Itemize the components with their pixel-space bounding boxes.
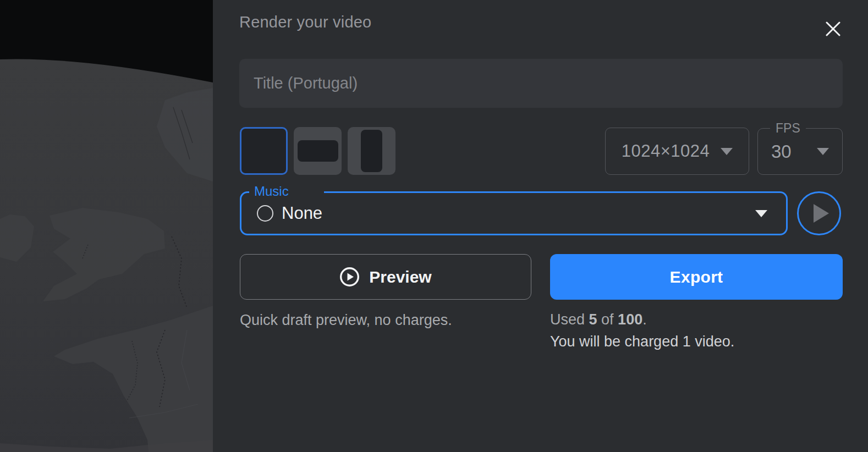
preview-button[interactable]: Preview	[240, 254, 531, 300]
preview-hint-text: Quick draft preview, no charges.	[240, 312, 452, 329]
aspect-landscape-button[interactable]	[294, 127, 342, 175]
world-map-art	[0, 0, 213, 452]
export-button[interactable]: Export	[550, 254, 843, 300]
usage-prefix: Used	[550, 311, 589, 328]
close-button[interactable]	[823, 19, 843, 38]
usage-middle: of	[597, 311, 618, 328]
chevron-down-icon	[721, 148, 733, 155]
none-circle-icon	[257, 205, 273, 222]
render-video-modal: Render your video 1024×1024 FPS 30	[213, 0, 868, 452]
usage-text: Used 5 of 100.	[550, 311, 647, 328]
music-select[interactable]: Music None	[240, 191, 788, 235]
chevron-down-icon	[755, 210, 767, 217]
aspect-portrait-button[interactable]	[348, 127, 395, 175]
music-label: Music	[249, 184, 324, 200]
fps-label: FPS	[770, 121, 806, 135]
render-dialog-screen: Render your video 1024×1024 FPS 30	[0, 0, 868, 452]
play-circle-icon	[339, 267, 360, 287]
close-icon	[825, 20, 842, 37]
video-title-input[interactable]	[239, 59, 843, 108]
music-play-button[interactable]	[797, 191, 841, 235]
chevron-down-icon	[817, 148, 829, 155]
music-value: None	[282, 203, 755, 223]
modal-title: Render your video	[239, 13, 371, 31]
portrait-shape-icon	[361, 130, 382, 172]
fps-select[interactable]: FPS 30	[757, 128, 843, 175]
aspect-square-button[interactable]	[240, 127, 288, 175]
usage-suffix: .	[642, 311, 647, 328]
preview-button-label: Preview	[369, 268, 431, 286]
world-map-background	[0, 0, 213, 452]
play-icon	[814, 204, 829, 223]
fps-value: 30	[771, 141, 792, 162]
export-button-label: Export	[670, 268, 723, 286]
charge-note-text: You will be charged 1 video.	[550, 333, 734, 350]
usage-total-count: 100	[618, 311, 642, 328]
usage-used-count: 5	[589, 311, 597, 328]
resolution-select[interactable]: 1024×1024	[605, 128, 749, 175]
landscape-shape-icon	[298, 140, 338, 162]
resolution-value: 1024×1024	[622, 141, 710, 161]
